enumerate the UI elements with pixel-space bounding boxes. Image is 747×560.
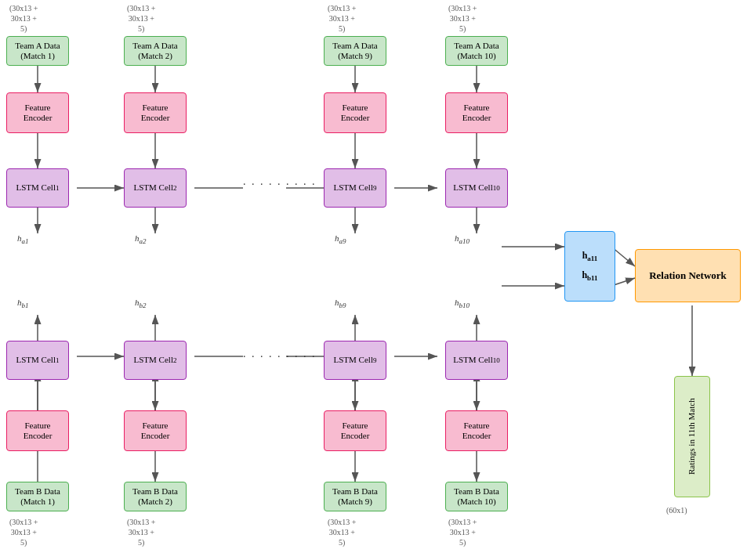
h-b9-label: hb9 (335, 298, 346, 309)
lstm-cell-a10: LSTM Cell10 (445, 168, 508, 208)
team-b-data-match1: Team B Data(Match 1) (6, 482, 69, 511)
team-a-data-match10: Team A Data(Match 10) (445, 36, 508, 66)
h-b11-label: hb11 (582, 269, 597, 283)
team-a-data-match2: Team A Data(Match 2) (124, 36, 187, 66)
team-b-data-match10: Team B Data(Match 10) (445, 482, 508, 511)
dim-label-b1: (30x13 +30x13 +5) (9, 517, 38, 547)
relation-network-box: Relation Network (635, 249, 741, 302)
h-b1-label: hb1 (17, 298, 29, 309)
dim-label-b9: (30x13 +30x13 +5) (328, 517, 356, 547)
h-a11-b11-box: ha11 hb11 (564, 231, 615, 302)
feature-encoder-a2: FeatureEncoder (124, 92, 187, 133)
team-b-data-match2: Team B Data(Match 2) (124, 482, 187, 511)
dim-label-a2: (30x13 +30x13 +5) (127, 3, 155, 34)
dim-label-a10: (30x13 +30x13 +5) (448, 3, 477, 34)
feature-encoder-a1: FeatureEncoder (6, 92, 69, 133)
dim-label-a9: (30x13 +30x13 +5) (328, 3, 356, 34)
lstm-cell-b2: LSTM Cell2 (124, 341, 187, 380)
feature-encoder-b9: FeatureEncoder (324, 410, 386, 451)
lstm-cell-b1: LSTM Cell1 (6, 341, 69, 380)
h-a2-label: ha2 (135, 233, 147, 245)
h-a1-label: ha1 (17, 233, 29, 245)
feature-encoder-a10: FeatureEncoder (445, 92, 508, 133)
team-a-data-match9: Team A Data(Match 9) (324, 36, 386, 66)
feature-encoder-a9: FeatureEncoder (324, 92, 386, 133)
dim-output: (60x1) (666, 505, 687, 515)
lstm-cell-a2: LSTM Cell2 (124, 168, 187, 208)
team-b-data-match9: Team B Data(Match 9) (324, 482, 386, 511)
ratings-box: Ratings in 11th Match (674, 376, 710, 497)
feature-encoder-b1: FeatureEncoder (6, 410, 69, 451)
h-b10-label: hb10 (455, 298, 470, 309)
dots-b: · · · · · · · · · (243, 351, 317, 363)
lstm-cell-a1: LSTM Cell1 (6, 168, 69, 208)
lstm-cell-a9: LSTM Cell9 (324, 168, 386, 208)
h-a9-label: ha9 (335, 233, 346, 245)
h-b2-label: hb2 (135, 298, 147, 309)
team-a-data-match1: Team A Data(Match 1) (6, 36, 69, 66)
dim-label-b10: (30x13 +30x13 +5) (448, 517, 477, 547)
feature-encoder-b10: FeatureEncoder (445, 410, 508, 451)
dim-label-a1: (30x13 +30x13 +5) (9, 3, 38, 34)
h-a10-label: ha10 (455, 233, 470, 245)
lstm-cell-b9: LSTM Cell9 (324, 341, 386, 380)
lstm-cell-b10: LSTM Cell10 (445, 341, 508, 380)
dim-label-b2: (30x13 +30x13 +5) (127, 517, 155, 547)
feature-encoder-b2: FeatureEncoder (124, 410, 187, 451)
dots-a: · · · · · · · · · (243, 179, 317, 191)
architecture-diagram: (30x13 +30x13 +5) (30x13 +30x13 +5) (30x… (0, 0, 747, 560)
h-a11-label: ha11 (582, 250, 598, 263)
